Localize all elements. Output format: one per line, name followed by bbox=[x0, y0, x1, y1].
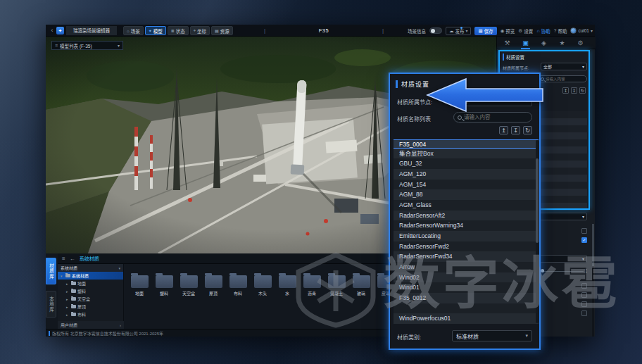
material-row[interactable]: RadarSensorFwd34 bbox=[394, 251, 539, 262]
export-button[interactable]: ↧ bbox=[571, 87, 577, 94]
tree-footer-user-materials[interactable]: 用户材质 › bbox=[58, 321, 124, 329]
tree-item[interactable]: ▸天空盒 bbox=[58, 295, 123, 303]
material-row[interactable]: RadarSensorFwd2 bbox=[394, 241, 539, 252]
library-tab-1[interactable]: 本地库 bbox=[46, 291, 56, 318]
tab-coords[interactable]: ⌖坐标 bbox=[190, 26, 210, 35]
tree-item[interactable]: ▸屋顶 bbox=[58, 303, 123, 310]
checkbox[interactable] bbox=[581, 228, 587, 234]
popup-title: 材质设置 bbox=[401, 80, 429, 89]
back-arrow-icon[interactable]: ← bbox=[70, 256, 75, 262]
settings-button[interactable]: ⚙ 设置 bbox=[518, 27, 533, 34]
import-button[interactable]: ↥ bbox=[499, 126, 508, 134]
model-list-dropdown[interactable]: ≡ 模型列表 (F-35) ▾ bbox=[51, 41, 123, 50]
menu-icon[interactable]: ≡ bbox=[62, 256, 65, 262]
material-row[interactable]: Wind02 bbox=[394, 272, 539, 283]
panel-tab-effect[interactable]: ⚙ bbox=[576, 37, 585, 49]
material-row[interactable]: RadarSensorWarning34 bbox=[394, 220, 539, 231]
expand-arrow-icon[interactable]: ▸ bbox=[66, 289, 70, 294]
scroll-thumb[interactable] bbox=[536, 158, 539, 243]
folder-item[interactable]: 天空盒 bbox=[180, 275, 198, 329]
tab-status[interactable]: ≣状态 bbox=[168, 26, 189, 35]
scene-info-toggle[interactable] bbox=[429, 27, 442, 34]
preview-button[interactable]: ◉ 预览 bbox=[501, 27, 515, 34]
panel-scrollbar[interactable] bbox=[592, 224, 594, 337]
folder-item[interactable]: 水 bbox=[278, 275, 296, 329]
checkbox[interactable] bbox=[581, 283, 587, 289]
folder-item[interactable]: 沥青 bbox=[303, 275, 321, 329]
panel-tab-favorite[interactable]: ★ bbox=[558, 37, 567, 49]
material-row[interactable]: RadarSensorAft2 bbox=[394, 211, 539, 221]
material-row[interactable]: 集合显控Box bbox=[394, 149, 539, 159]
folder-item[interactable]: 混凝土 bbox=[327, 275, 346, 329]
material-search-field[interactable] bbox=[453, 112, 532, 123]
panel-tab-material[interactable]: ▣ bbox=[521, 37, 530, 49]
checkbox[interactable] bbox=[581, 301, 587, 307]
tab-model[interactable]: ✦模型 bbox=[145, 26, 166, 35]
expand-arrow-icon[interactable]: ▾ bbox=[61, 274, 64, 278]
folder-item[interactable]: 塑料 bbox=[155, 275, 173, 329]
folder-item[interactable]: 地面 bbox=[130, 275, 149, 329]
tree-item[interactable]: ▸地面 bbox=[58, 280, 123, 287]
import-button[interactable]: ↥ bbox=[562, 87, 569, 94]
gear-icon: ⚙ bbox=[518, 28, 522, 34]
material-row[interactable]: AGM_154 bbox=[394, 180, 539, 190]
expand-arrow-icon[interactable]: ▸ bbox=[66, 297, 70, 301]
copyright-text: 版权所有 北京数字冰雹信息技术股份有限公司 2021-2025年 bbox=[52, 330, 163, 337]
stepper-control[interactable]: ▴▾ bbox=[586, 268, 587, 274]
user-menu[interactable]: cui01 ▾ bbox=[570, 27, 593, 34]
checkbox[interactable] bbox=[581, 292, 587, 298]
folder-item[interactable]: 玻璃 bbox=[352, 275, 370, 329]
expand-arrow-icon[interactable]: ▸ bbox=[66, 305, 70, 309]
app-title: 瑞渲染场景编辑器 bbox=[66, 26, 117, 35]
material-row[interactable]: EmitterLocating bbox=[394, 231, 539, 241]
publish-dropdown[interactable]: ☁ 发布 ▾ bbox=[446, 27, 472, 35]
status-tab-icon: ≣ bbox=[171, 28, 175, 33]
material-row[interactable]: AGM_88 bbox=[394, 189, 539, 200]
expand-arrow-icon[interactable]: ▸ bbox=[66, 282, 70, 286]
slider-knob[interactable] bbox=[541, 269, 544, 272]
tree-item[interactable]: ▸塑料 bbox=[58, 287, 123, 295]
material-row[interactable]: Arrow bbox=[394, 262, 539, 272]
library-tab-0[interactable]: 材质库 bbox=[46, 258, 56, 284]
help-button[interactable]: ? 帮助 bbox=[554, 27, 567, 34]
panel-tab-node[interactable]: ◈ bbox=[539, 37, 548, 49]
export-button[interactable]: ↧ bbox=[511, 126, 520, 134]
back-button[interactable]: ‹ bbox=[49, 26, 56, 35]
checkbox[interactable] bbox=[581, 310, 587, 316]
material-row[interactable]: AGM_120 bbox=[394, 169, 539, 180]
tree-header-dropdown[interactable]: 系统材质 ▾ bbox=[58, 264, 123, 272]
material-row[interactable]: F35_0004 bbox=[394, 139, 539, 149]
expand-arrow-icon[interactable]: ▸ bbox=[66, 313, 70, 317]
category-dropdown[interactable]: 标准材质 ▾ bbox=[452, 330, 532, 341]
material-row[interactable] bbox=[394, 303, 539, 314]
material-row[interactable]: WindPowerfocus01 bbox=[394, 313, 539, 324]
menu-icon: ≡ bbox=[55, 43, 58, 48]
folder-icon bbox=[303, 275, 321, 288]
chevron-down-icon: ▾ bbox=[582, 64, 584, 69]
search-input[interactable] bbox=[464, 114, 520, 120]
panel-tab-tools[interactable]: ⚒ bbox=[503, 37, 512, 49]
node-filter-dropdown[interactable]: 全部 ▾ bbox=[541, 63, 587, 70]
folder-item[interactable]: 木头 bbox=[253, 275, 272, 329]
scroll-thumb[interactable] bbox=[592, 224, 594, 266]
save-button[interactable]: ▦ 保存 bbox=[474, 27, 496, 35]
folder-icon bbox=[180, 275, 198, 288]
tab-resource[interactable]: ▤资源 bbox=[211, 26, 233, 35]
tab-scene[interactable]: ⌂场景 bbox=[123, 26, 144, 35]
assist-button[interactable]: ∩ 协助 bbox=[536, 27, 550, 34]
material-row[interactable]: AGM_Glass bbox=[394, 200, 539, 211]
material-row[interactable]: F35_0012 bbox=[394, 293, 539, 303]
material-row[interactable]: GBU_32 bbox=[394, 158, 539, 169]
folder-item[interactable]: 屋顶 bbox=[204, 275, 222, 329]
checkbox[interactable]: ✓ bbox=[581, 237, 587, 243]
list-scrollbar[interactable] bbox=[536, 140, 539, 323]
tree-item[interactable]: ▸布料 bbox=[58, 310, 123, 318]
material-search-field[interactable] bbox=[538, 75, 587, 82]
material-row[interactable]: Wind01 bbox=[394, 282, 539, 293]
folder-item[interactable]: 布料 bbox=[229, 275, 247, 329]
refresh-button[interactable]: ↻ bbox=[579, 87, 586, 94]
tree-item[interactable]: ▾系统材质 bbox=[58, 272, 123, 280]
search-input[interactable] bbox=[546, 77, 582, 81]
refresh-button[interactable]: ↻ bbox=[523, 126, 532, 134]
folder-icon bbox=[71, 305, 76, 308]
